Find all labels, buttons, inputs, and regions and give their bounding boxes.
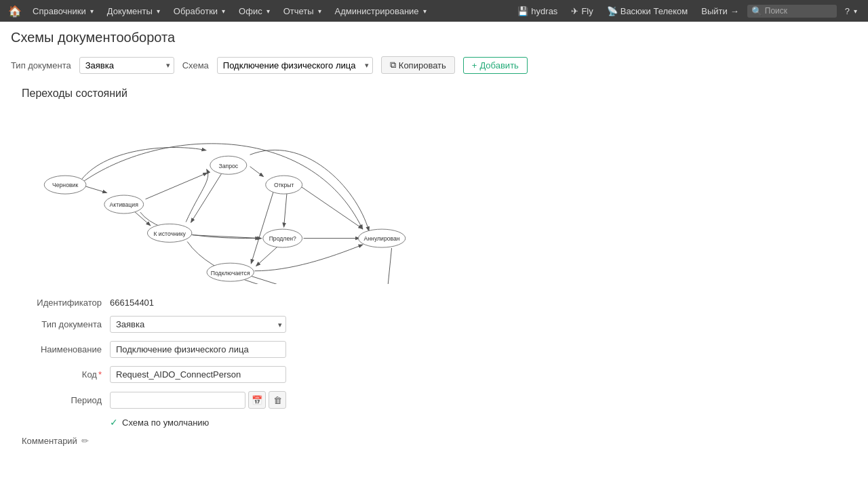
edit-icon[interactable]: ✏	[81, 436, 89, 446]
id-value: 666154401	[110, 298, 154, 308]
nav-item-documents[interactable]: Документы ▾	[102, 0, 165, 22]
doc-type-select[interactable]: Заявка	[79, 57, 174, 74]
svg-text:Активация: Активация	[110, 201, 139, 208]
svg-line-0	[85, 186, 106, 193]
states-section-title: Переходы состояний	[11, 87, 857, 100]
doc-type-form-select[interactable]: Заявка	[110, 316, 286, 333]
form-section: Идентификатор 666154401 Тип документа За…	[11, 298, 857, 446]
nav-fly[interactable]: ✈ Fly	[566, 0, 598, 22]
svg-line-8	[252, 189, 275, 263]
nav-item-processing[interactable]: Обработки ▾	[168, 0, 231, 22]
period-row: Период 📅 🗑	[11, 391, 857, 409]
plus-icon: +	[472, 60, 477, 70]
nav-item-handbooks[interactable]: Справочники ▾	[27, 0, 99, 22]
svg-text:Продлен?: Продлен?	[269, 235, 296, 242]
signal-icon: 📡	[607, 6, 618, 16]
chevron-down-icon: ▾	[90, 7, 94, 15]
name-row: Наименование	[11, 341, 857, 358]
default-schema-label: Схема по умолчанию	[122, 418, 209, 428]
nav-item-reports[interactable]: Отчеты ▾	[278, 0, 327, 22]
code-row: Код	[11, 366, 857, 383]
topnav: 🏠 Справочники ▾ Документы ▾ Обработки ▾ …	[0, 0, 868, 22]
id-label: Идентификатор	[22, 298, 110, 308]
schema-label: Схема	[182, 60, 209, 70]
svg-line-7	[284, 189, 288, 226]
svg-line-3	[191, 173, 222, 222]
svg-text:Открыт: Открыт	[274, 182, 294, 188]
svg-line-4	[134, 211, 150, 225]
svg-line-1	[146, 173, 208, 199]
copy-icon: ⧉	[390, 60, 396, 70]
schema-select[interactable]: Подключение физического лица	[217, 57, 373, 74]
svg-text:Аннулирован: Аннулирован	[364, 235, 400, 242]
doc-type-form-select-wrapper[interactable]: Заявка	[110, 316, 286, 333]
server-icon: 💾	[517, 6, 528, 16]
calendar-button[interactable]: 📅	[248, 391, 266, 409]
nav-item-office[interactable]: Офис ▾	[233, 0, 275, 22]
help-button[interactable]: ? ▾	[840, 0, 863, 22]
svg-text:К источнику: К источнику	[153, 230, 186, 237]
page-content: Схемы документооборота Тип документа Зая…	[0, 22, 868, 454]
trash-icon: 🗑	[273, 395, 282, 405]
clear-date-button[interactable]: 🗑	[269, 391, 286, 409]
copy-button[interactable]: ⧉ Копировать	[381, 56, 455, 74]
topnav-right: 💾 hydras ✈ Fly 📡 Васюки Телеком Выйти → …	[512, 0, 863, 22]
chevron-down-icon: ▾	[423, 7, 427, 15]
search-input[interactable]	[765, 6, 833, 16]
comment-row: Комментарий ✏	[11, 436, 857, 446]
svg-text:Подключается: Подключается	[211, 270, 250, 277]
nav-item-admin[interactable]: Администрирование ▾	[330, 0, 432, 22]
svg-line-6	[300, 186, 362, 229]
svg-line-13	[387, 248, 392, 284]
home-button[interactable]: 🏠	[5, 1, 24, 20]
checkbox-checked-icon: ✓	[110, 417, 118, 428]
logout-icon: →	[730, 6, 739, 16]
fly-icon: ✈	[571, 6, 578, 16]
doc-type-form-row: Тип документа Заявка	[11, 316, 857, 333]
period-label: Период	[22, 395, 110, 405]
toolbar: Тип документа Заявка Схема Подключение ф…	[11, 56, 857, 74]
schema-select-wrapper[interactable]: Подключение физического лица	[217, 57, 373, 74]
doc-type-select-wrapper[interactable]: Заявка	[79, 57, 174, 74]
period-date-row: 📅 🗑	[110, 391, 286, 409]
svg-line-11	[252, 276, 313, 284]
nav-hydras[interactable]: 💾 hydras	[512, 0, 563, 22]
svg-line-2	[250, 167, 263, 176]
comment-label: Комментарий	[22, 436, 77, 446]
search-box[interactable]: 🔍	[747, 5, 837, 18]
svg-text:Запрос: Запрос	[218, 163, 238, 169]
nav-telecom[interactable]: 📡 Васюки Телеком	[601, 0, 694, 22]
chevron-down-icon: ▾	[318, 7, 321, 15]
doc-type-form-label: Тип документа	[22, 319, 110, 329]
calendar-icon: 📅	[252, 395, 262, 405]
svg-line-10	[256, 247, 277, 266]
workflow-graph: Черновик Активация Запрос Открыт К источ…	[22, 108, 429, 284]
period-input[interactable]	[110, 392, 245, 409]
add-button[interactable]: + Добавить	[463, 57, 528, 74]
name-label: Наименование	[22, 344, 110, 354]
svg-text:Черновик: Черновик	[52, 182, 78, 188]
id-row: Идентификатор 666154401	[11, 298, 857, 308]
chevron-down-icon: ▾	[854, 7, 857, 15]
logout-button[interactable]: Выйти →	[696, 0, 745, 22]
doc-type-label: Тип документа	[11, 60, 71, 70]
default-schema-row: ✓ Схема по умолчанию	[11, 417, 857, 428]
search-icon: 🔍	[751, 6, 762, 16]
page-title: Схемы документооборота	[11, 30, 857, 45]
name-input[interactable]	[110, 341, 286, 358]
chevron-down-icon: ▾	[157, 7, 160, 15]
chevron-down-icon: ▾	[267, 7, 270, 15]
chevron-down-icon: ▾	[222, 7, 225, 15]
code-input[interactable]	[110, 366, 286, 383]
code-label: Код	[22, 369, 110, 380]
